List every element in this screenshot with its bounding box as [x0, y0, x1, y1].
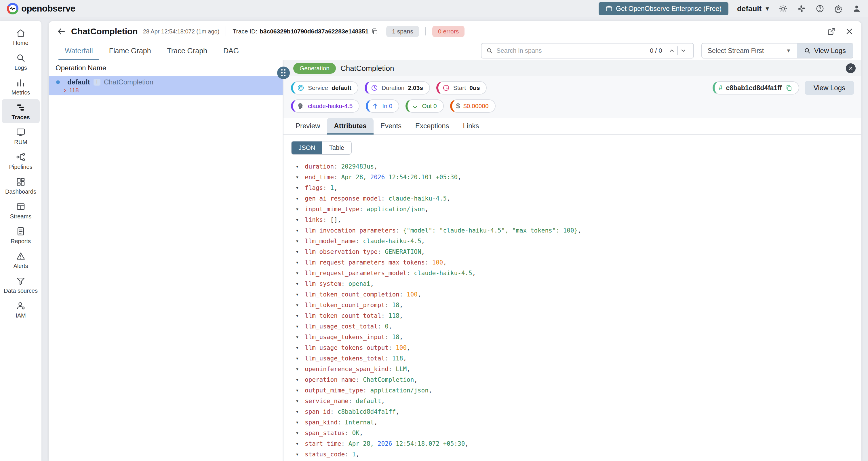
collapse-toggle-icon[interactable]: ▾: [296, 356, 305, 361]
sidebar-item-logs[interactable]: Logs: [2, 50, 40, 74]
collapse-toggle-icon[interactable]: ▾: [296, 399, 305, 404]
collapse-toggle-icon[interactable]: ▾: [296, 238, 305, 244]
pipelines-flow-icon: [16, 152, 26, 162]
span-meta-badges: Service default Duration 2.03s Start 0us: [283, 76, 861, 118]
span-row-chatcompletion[interactable]: default I ChatCompletion Σ 118: [49, 76, 283, 95]
start-value: 0us: [469, 84, 480, 91]
collapse-toggle-icon[interactable]: ▾: [296, 335, 305, 340]
tab-trace-graph[interactable]: Trace Graph: [159, 42, 215, 60]
collapse-toggle-icon[interactable]: ▾: [296, 377, 305, 382]
collapse-toggle-icon[interactable]: ▾: [296, 185, 305, 191]
settings-gear-icon[interactable]: [834, 4, 843, 13]
view-logs-label: View Logs: [814, 47, 846, 55]
service-icon: [297, 84, 305, 92]
close-detail-icon[interactable]: [846, 63, 856, 73]
sidebar-item-label: Reports: [11, 238, 31, 244]
collapse-toggle-icon[interactable]: ▾: [296, 324, 305, 329]
collapse-toggle-icon[interactable]: ▾: [296, 452, 305, 457]
chevron-down-icon[interactable]: [678, 48, 689, 54]
collapse-toggle-icon[interactable]: ▾: [296, 292, 305, 297]
panel-resize-handle[interactable]: [277, 66, 290, 79]
tab-attributes[interactable]: Attributes: [327, 118, 373, 134]
help-icon[interactable]: [816, 4, 824, 13]
view-span-logs-button[interactable]: View Logs: [805, 81, 854, 95]
attribute-row: ▾start_time: Apr 28, 2026 12:54:18.072 +…: [296, 438, 854, 449]
collapse-toggle-icon[interactable]: ▾: [296, 164, 305, 169]
duration-value: 2.03s: [408, 84, 423, 91]
attribute-value: 118: [389, 312, 400, 319]
json-toggle-button[interactable]: JSON: [291, 141, 322, 154]
openobserve-logo-icon: [7, 3, 19, 15]
collapse-toggle-icon[interactable]: ▾: [296, 420, 305, 425]
sidebar-item-pipelines[interactable]: Pipelines: [2, 149, 40, 173]
tab-exceptions[interactable]: Exceptions: [408, 118, 456, 134]
attribute-row: ▾operation_name: ChatCompletion,: [296, 374, 854, 385]
tab-flame-graph[interactable]: Flame Graph: [101, 42, 159, 60]
divider: [425, 27, 426, 35]
spans-count-badge: 1 spans: [386, 26, 419, 37]
theme-toggle-icon[interactable]: [779, 4, 787, 13]
collapse-toggle-icon[interactable]: ▾: [296, 228, 305, 233]
collapse-toggle-icon[interactable]: ▾: [296, 302, 305, 308]
span-search-input[interactable]: [496, 47, 650, 54]
slack-icon[interactable]: [797, 4, 806, 13]
share-icon[interactable]: [827, 27, 835, 36]
sidebar-item-traces[interactable]: Traces: [2, 99, 40, 123]
collapse-toggle-icon[interactable]: ▾: [296, 430, 305, 436]
sidebar-item-rum[interactable]: RUM: [2, 124, 40, 148]
sidebar-item-label: Pipelines: [9, 164, 32, 170]
sidebar-item-streams[interactable]: Streams: [2, 198, 40, 223]
collapse-toggle-icon[interactable]: ▾: [296, 249, 305, 254]
attribute-key: llm_request_parameters_model: [305, 270, 407, 277]
tab-preview[interactable]: Preview: [289, 118, 327, 134]
collapse-toggle-icon[interactable]: ▾: [296, 175, 305, 180]
attribute-value: GENERATION: [385, 248, 421, 255]
collapse-toggle-icon[interactable]: ▾: [296, 260, 305, 265]
table-toggle-button[interactable]: Table: [322, 141, 351, 154]
attribute-row: ▾llm_system: openai,: [296, 278, 854, 289]
sidebar-item-dashboards[interactable]: Dashboards: [2, 173, 40, 198]
view-logs-button[interactable]: View Logs: [797, 44, 853, 58]
stream-select-dropdown[interactable]: Select Stream First ▼: [702, 44, 797, 58]
chevron-up-icon[interactable]: [666, 48, 677, 54]
close-trace-icon[interactable]: [845, 27, 853, 35]
attribute-key: llm_usage_cost_total: [305, 323, 378, 330]
org-selector[interactable]: default ▼: [737, 4, 770, 13]
user-account-icon[interactable]: [852, 4, 861, 13]
attribute-row: ▾llm_usage_tokens_output: 100,: [296, 342, 854, 353]
tab-waterfall[interactable]: Waterfall: [57, 42, 101, 60]
collapse-toggle-icon[interactable]: ▾: [296, 441, 305, 446]
sidebar-item-iam[interactable]: IAM: [2, 297, 40, 321]
collapse-toggle-icon[interactable]: ▾: [296, 345, 305, 350]
sidebar-item-reports[interactable]: Reports: [2, 223, 40, 247]
attribute-key: llm_system: [305, 280, 341, 287]
tab-events[interactable]: Events: [374, 118, 408, 134]
collapse-toggle-icon[interactable]: ▾: [296, 270, 305, 276]
copy-trace-id-icon[interactable]: [371, 28, 378, 35]
collapse-toggle-icon[interactable]: ▾: [296, 196, 305, 201]
collapse-toggle-icon[interactable]: ▾: [296, 217, 305, 223]
collapse-toggle-icon[interactable]: ▾: [296, 388, 305, 393]
tab-dag[interactable]: DAG: [215, 42, 247, 60]
collapse-toggle-icon[interactable]: ▾: [296, 207, 305, 212]
sidebar-item-home[interactable]: Home: [2, 25, 40, 49]
attribute-key: llm_usage_tokens_total: [305, 355, 385, 362]
attribute-key: span_id: [305, 408, 331, 415]
collapse-toggle-icon[interactable]: ▾: [296, 367, 305, 372]
collapse-toggle-icon[interactable]: ▾: [296, 281, 305, 286]
sidebar-item-alerts[interactable]: Alerts: [2, 248, 40, 272]
attribute-row: ▾openinference_span_kind: LLM,: [296, 364, 854, 374]
stream-select-value: Select Stream First: [708, 47, 764, 55]
attribute-value: 100: [407, 291, 417, 298]
attribute-row: ▾llm_observation_type: GENERATION,: [296, 246, 854, 257]
collapse-toggle-icon[interactable]: ▾: [296, 313, 305, 318]
sidebar-item-data-sources[interactable]: Data sources: [2, 272, 40, 297]
sidebar-item-metrics[interactable]: Metrics: [2, 74, 40, 98]
copy-span-id-icon[interactable]: [785, 84, 792, 91]
attributes-json: ▾duration: 2029483us,▾end_time: Apr 28, …: [291, 161, 854, 460]
get-enterprise-button[interactable]: Get OpenObserve Enterprise (Free): [599, 2, 728, 15]
back-arrow-icon[interactable]: [57, 27, 66, 36]
attribute-value: LLM: [396, 366, 407, 373]
collapse-toggle-icon[interactable]: ▾: [296, 409, 305, 414]
tab-links[interactable]: Links: [456, 118, 486, 134]
